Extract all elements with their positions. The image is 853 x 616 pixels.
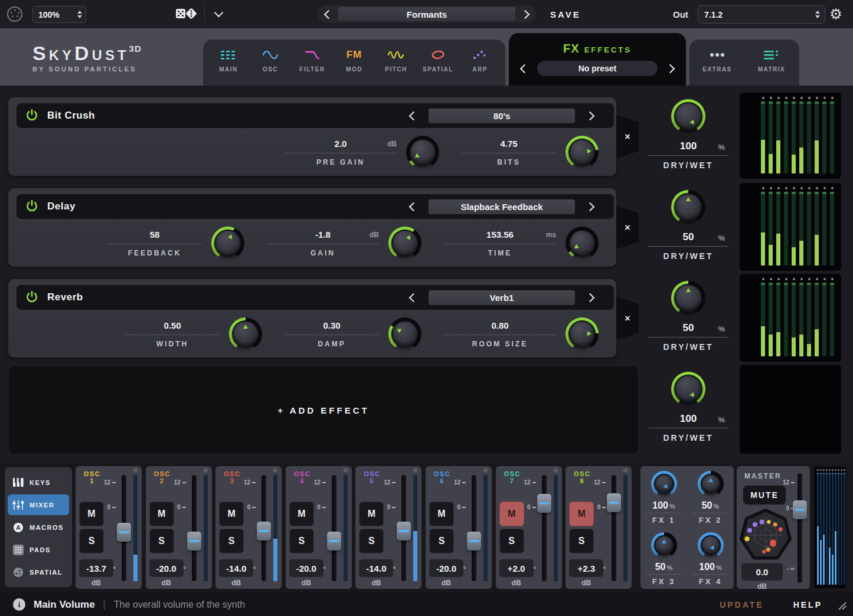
channel-fader-handle[interactable]	[117, 523, 131, 542]
settings-gear-icon[interactable]: ⚙	[826, 5, 846, 24]
channel-db-value[interactable]: -20.0	[149, 559, 184, 577]
channel-db-value[interactable]: -20.0	[289, 559, 323, 577]
dry-wet-knob-3[interactable]	[671, 281, 705, 315]
solo-button[interactable]: S	[569, 529, 594, 553]
remove-effect-button[interactable]: ×	[616, 297, 639, 340]
fx-next-preset-button[interactable]	[662, 61, 680, 76]
tab-filter[interactable]: FILTER	[292, 40, 334, 73]
solo-button[interactable]: S	[79, 529, 104, 553]
mute-button[interactable]: M	[149, 502, 174, 526]
channel-db-value[interactable]: -20.0	[429, 559, 463, 577]
sidebar-item-spatial[interactable]: SPATIAL	[8, 562, 69, 582]
next-preset-button[interactable]	[516, 5, 536, 23]
output-format-select[interactable]: 7.1.2	[698, 5, 825, 24]
remove-effect-button[interactable]: ×	[616, 115, 639, 158]
effect-preset-name[interactable]: Verb1	[429, 290, 575, 305]
channel-fader[interactable]	[542, 475, 547, 581]
channel-fader[interactable]	[192, 475, 197, 581]
tab-extras[interactable]: EXTRAS	[690, 40, 744, 73]
channel-fader-handle[interactable]	[187, 532, 201, 551]
effect-next-preset-button[interactable]	[583, 199, 599, 214]
power-icon[interactable]	[25, 109, 39, 123]
prev-preset-button[interactable]	[318, 5, 338, 23]
fx-send-knob-2[interactable]	[698, 471, 724, 497]
fx-preset-name[interactable]: No preset	[537, 61, 658, 76]
channel-fader-handle[interactable]	[397, 522, 411, 540]
tab-fx-effects[interactable]: FXEFFECTS No preset	[509, 33, 686, 86]
knob-width[interactable]	[229, 317, 262, 350]
solo-button[interactable]: S	[149, 529, 174, 553]
solo-button[interactable]: S	[359, 529, 384, 553]
update-button[interactable]: UPDATE	[716, 599, 767, 610]
effect-prev-preset-button[interactable]	[405, 108, 420, 123]
knob-feedback[interactable]	[211, 227, 244, 260]
channel-db-value[interactable]: +2.3	[569, 559, 603, 577]
channel-fader[interactable]	[332, 475, 336, 581]
sidebar-item-macros[interactable]: AMACROS	[8, 517, 69, 538]
zoom-select[interactable]: 100%	[32, 6, 86, 23]
fx-send-knob-3[interactable]	[651, 532, 677, 558]
effect-next-preset-button[interactable]	[583, 108, 599, 123]
dry-wet-knob-2[interactable]	[671, 190, 705, 224]
effect-preset-name[interactable]: 80's	[429, 109, 575, 123]
solo-button[interactable]: S	[289, 529, 314, 553]
dry-wet-knob-4[interactable]	[671, 372, 705, 406]
channel-fader-handle[interactable]	[257, 522, 271, 540]
power-icon[interactable]	[25, 290, 39, 304]
tab-spatial[interactable]: SPATIAL	[417, 40, 459, 73]
help-button[interactable]: HELP	[790, 599, 826, 610]
mute-button[interactable]: M	[569, 502, 594, 526]
mute-button[interactable]: M	[219, 502, 244, 526]
tab-matrix[interactable]: MATRIX	[744, 40, 799, 73]
mute-button[interactable]: M	[359, 502, 384, 526]
save-button[interactable]: SAVE	[547, 0, 584, 28]
effect-preset-name[interactable]: Slapback Feedback	[429, 199, 575, 214]
dry-wet-knob-1[interactable]	[671, 99, 705, 133]
effect-prev-preset-button[interactable]	[405, 290, 420, 305]
channel-db-value[interactable]: +2.0	[499, 559, 534, 577]
sidebar-item-keys[interactable]: KEYS	[8, 472, 69, 493]
channel-db-value[interactable]: -14.0	[219, 559, 253, 577]
sidebar-item-pads[interactable]: PADS	[8, 539, 69, 560]
sidebar-item-mixer[interactable]: MIXER	[8, 494, 69, 515]
channel-fader[interactable]	[472, 475, 476, 581]
tab-main[interactable]: MAIN	[208, 40, 250, 73]
tab-pitch[interactable]: PITCH	[375, 40, 417, 73]
channel-db-value[interactable]: -13.7	[79, 559, 113, 577]
tab-osc[interactable]: OSC	[250, 40, 292, 73]
mute-button[interactable]: M	[289, 502, 314, 526]
power-icon[interactable]	[25, 199, 39, 214]
mute-button[interactable]: M	[79, 502, 104, 526]
remove-effect-button[interactable]: ×	[616, 206, 639, 249]
effect-prev-preset-button[interactable]	[405, 199, 420, 214]
fx-send-knob-1[interactable]	[651, 471, 677, 497]
fx-prev-preset-button[interactable]	[515, 61, 532, 76]
tab-mod[interactable]: FMMOD	[334, 40, 375, 73]
channel-fader[interactable]	[612, 475, 616, 581]
channel-fader-handle[interactable]	[607, 493, 621, 512]
channel-db-value[interactable]: -14.0	[359, 559, 393, 577]
mute-button[interactable]: M	[429, 502, 454, 526]
toolbar-menu-button[interactable]	[210, 5, 227, 22]
midi-icon[interactable]	[7, 6, 22, 22]
fx-send-knob-4[interactable]	[698, 532, 724, 558]
solo-button[interactable]: S	[429, 529, 454, 553]
resize-grip-icon[interactable]	[835, 599, 847, 611]
master-fader-handle[interactable]	[793, 500, 807, 519]
knob-room-size[interactable]	[566, 317, 599, 350]
randomize-dice-button[interactable]	[175, 6, 198, 22]
knob-bits[interactable]	[566, 136, 599, 169]
channel-fader-handle[interactable]	[467, 532, 481, 551]
master-fader[interactable]	[798, 473, 802, 583]
knob-gain[interactable]	[388, 227, 421, 260]
channel-fader-handle[interactable]	[327, 532, 341, 551]
knob-time[interactable]	[566, 227, 599, 260]
knob-pre-gain[interactable]	[406, 136, 439, 169]
add-effect-button[interactable]: + ADD EFFECT	[8, 366, 639, 454]
solo-button[interactable]: S	[499, 529, 524, 553]
knob-damp[interactable]	[388, 317, 421, 350]
solo-button[interactable]: S	[219, 529, 244, 553]
channel-fader-handle[interactable]	[537, 494, 551, 513]
preset-name[interactable]: Formants	[338, 7, 515, 21]
effect-next-preset-button[interactable]	[583, 290, 599, 305]
